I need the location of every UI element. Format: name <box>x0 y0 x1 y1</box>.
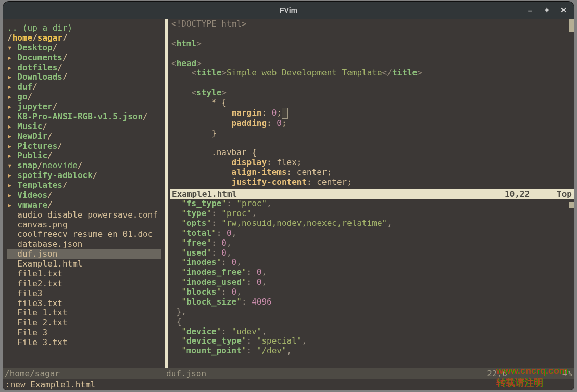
tree-dir[interactable]: ▸ jupyter/ <box>7 102 57 111</box>
bottom-editor-pane[interactable]: "fs_type": "proc", "type": "proc", "opts… <box>170 199 574 386</box>
maximize-button[interactable]: ✦ <box>540 4 554 17</box>
pane-statusbar: Example1.html 10,22 Top <box>170 189 574 199</box>
file-tree[interactable]: .. (up a dir) /home/sagar/ ▾ Desktop/ ▸ … <box>3 19 165 368</box>
scrollbar[interactable] <box>569 19 574 189</box>
tree-file[interactable]: canvas.png <box>7 220 68 230</box>
editor-body: .. (up a dir) /home/sagar/ ▾ Desktop/ ▸ … <box>3 19 574 368</box>
global-statusline: /home/sagar duf.json 22,6 4% <box>3 368 574 379</box>
tree-file[interactable]: File 2.txt <box>7 318 68 327</box>
tree-dir[interactable]: ▸ Videos/ <box>7 190 53 200</box>
app-window: FVim – ✦ ✕ .. (up a dir) /home/sagar/ ▾ … <box>3 1 574 390</box>
top-editor-pane[interactable]: <!DOCTYPE html> <html> <head> <title>Sim… <box>170 19 574 189</box>
tree-file[interactable]: File 3 <box>7 327 47 337</box>
editor-column: <!DOCTYPE html> <html> <head> <title>Sim… <box>170 19 574 368</box>
tree-file[interactable]: file2.txt <box>7 279 62 288</box>
tree-file[interactable]: database.json <box>7 239 83 249</box>
minimize-button[interactable]: – <box>523 4 537 17</box>
cwd-path[interactable]: /home/sagar/ <box>7 33 68 43</box>
status-scroll: Top <box>557 189 572 199</box>
titlebar[interactable]: FVim – ✦ ✕ <box>3 2 574 19</box>
tree-dir[interactable]: ▸ K8-Pro-ANSI-RGB-v1.5.json/ <box>7 111 148 121</box>
status-filename: duf.json <box>166 369 484 378</box>
tree-file[interactable]: File 1.txt <box>7 308 68 318</box>
tree-file[interactable]: file3.txt <box>7 298 62 308</box>
tree-dir[interactable]: ▸ spotify-adblock/ <box>7 170 97 180</box>
status-cwd: /home/sagar <box>5 369 166 378</box>
tree-dir[interactable]: ▸ Pictures/ <box>7 141 62 151</box>
status-file: Example1.html <box>172 189 505 199</box>
tree-dir[interactable]: ▸ vmware/ <box>7 200 53 210</box>
window-controls: – ✦ ✕ <box>523 4 571 17</box>
close-button[interactable]: ✕ <box>556 4 571 17</box>
tree-file[interactable]: file3 <box>7 288 42 298</box>
tree-dir[interactable]: ▸ Music/ <box>7 121 47 131</box>
tree-file[interactable]: coolfreecv resume en 01.doc <box>7 229 153 239</box>
watermark: www.cncrq.com 转载请注明 <box>496 365 568 389</box>
tree-dir[interactable]: ▸ Downloads/ <box>7 72 68 82</box>
tree-dir[interactable]: ▸ go/ <box>7 92 32 102</box>
tree-dir[interactable]: ▾ snap/neovide/ <box>7 160 83 170</box>
tree-file[interactable]: File 3.txt <box>7 337 68 347</box>
scrollbar[interactable] <box>569 199 574 386</box>
tree-file[interactable]: file1.txt <box>7 269 62 279</box>
tree-dir[interactable]: ▸ Templates/ <box>7 180 68 190</box>
tree-dir[interactable]: ▸ NewDir/ <box>7 131 53 141</box>
tree-file[interactable]: duf.json <box>7 249 161 259</box>
status-pos: 10,22 <box>505 189 557 199</box>
tree-dir[interactable]: ▸ duf/ <box>7 82 37 92</box>
tree-dir[interactable]: ▸ dotfiles/ <box>7 62 62 72</box>
command-line[interactable]: :new Example1.html <box>3 379 574 390</box>
tree-file[interactable]: Example1.html <box>7 259 83 269</box>
tree-dir[interactable]: ▸ Documents/ <box>7 53 68 62</box>
tree-dir[interactable]: ▸ Public/ <box>7 150 53 160</box>
tree-file[interactable]: audio disable powersave.conf <box>7 210 158 220</box>
updir[interactable]: .. (up a dir) <box>7 23 72 33</box>
tree-dir[interactable]: ▾ Desktop/ <box>7 43 57 53</box>
window-title: FVim <box>280 6 297 15</box>
